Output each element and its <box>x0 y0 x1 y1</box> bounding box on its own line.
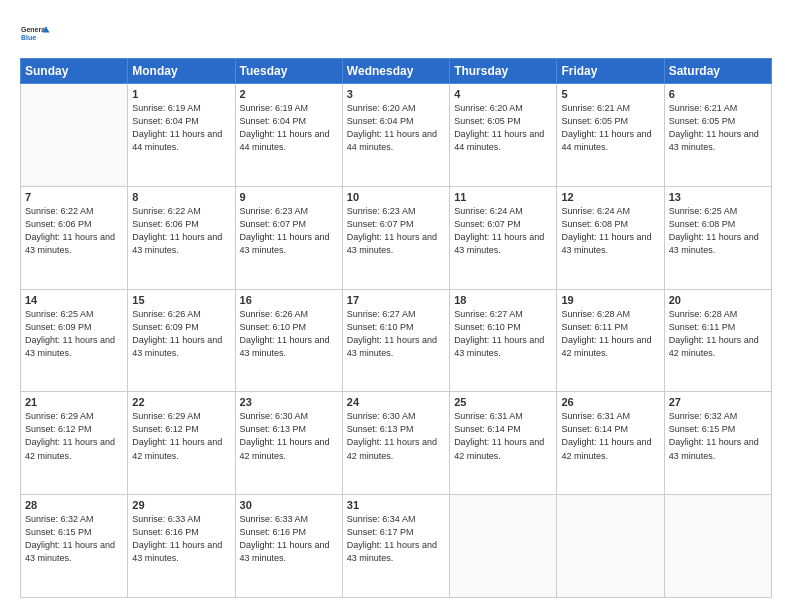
cell-info: Sunrise: 6:33 AMSunset: 6:16 PMDaylight:… <box>132 513 230 565</box>
cell-info: Sunrise: 6:25 AMSunset: 6:08 PMDaylight:… <box>669 205 767 257</box>
day-number: 1 <box>132 88 230 100</box>
day-number: 29 <box>132 499 230 511</box>
calendar-cell <box>450 495 557 598</box>
day-number: 14 <box>25 294 123 306</box>
day-number: 9 <box>240 191 338 203</box>
day-number: 24 <box>347 396 445 408</box>
cell-info: Sunrise: 6:25 AMSunset: 6:09 PMDaylight:… <box>25 308 123 360</box>
calendar-cell: 8Sunrise: 6:22 AMSunset: 6:06 PMDaylight… <box>128 186 235 289</box>
weekday-header: Tuesday <box>235 59 342 84</box>
cell-info: Sunrise: 6:31 AMSunset: 6:14 PMDaylight:… <box>454 410 552 462</box>
calendar-cell: 24Sunrise: 6:30 AMSunset: 6:13 PMDayligh… <box>342 392 449 495</box>
cell-info: Sunrise: 6:30 AMSunset: 6:13 PMDaylight:… <box>347 410 445 462</box>
calendar-cell: 21Sunrise: 6:29 AMSunset: 6:12 PMDayligh… <box>21 392 128 495</box>
cell-info: Sunrise: 6:26 AMSunset: 6:10 PMDaylight:… <box>240 308 338 360</box>
calendar-cell: 26Sunrise: 6:31 AMSunset: 6:14 PMDayligh… <box>557 392 664 495</box>
calendar-cell <box>664 495 771 598</box>
cell-info: Sunrise: 6:30 AMSunset: 6:13 PMDaylight:… <box>240 410 338 462</box>
cell-info: Sunrise: 6:19 AMSunset: 6:04 PMDaylight:… <box>240 102 338 154</box>
day-number: 19 <box>561 294 659 306</box>
calendar-cell: 22Sunrise: 6:29 AMSunset: 6:12 PMDayligh… <box>128 392 235 495</box>
calendar-cell: 19Sunrise: 6:28 AMSunset: 6:11 PMDayligh… <box>557 289 664 392</box>
calendar-cell: 4Sunrise: 6:20 AMSunset: 6:05 PMDaylight… <box>450 84 557 187</box>
calendar-cell: 30Sunrise: 6:33 AMSunset: 6:16 PMDayligh… <box>235 495 342 598</box>
calendar-cell: 13Sunrise: 6:25 AMSunset: 6:08 PMDayligh… <box>664 186 771 289</box>
calendar-cell <box>21 84 128 187</box>
cell-info: Sunrise: 6:23 AMSunset: 6:07 PMDaylight:… <box>347 205 445 257</box>
cell-info: Sunrise: 6:22 AMSunset: 6:06 PMDaylight:… <box>25 205 123 257</box>
day-number: 2 <box>240 88 338 100</box>
svg-text:Blue: Blue <box>21 34 36 41</box>
calendar-cell: 18Sunrise: 6:27 AMSunset: 6:10 PMDayligh… <box>450 289 557 392</box>
day-number: 20 <box>669 294 767 306</box>
calendar-cell: 29Sunrise: 6:33 AMSunset: 6:16 PMDayligh… <box>128 495 235 598</box>
calendar-cell: 23Sunrise: 6:30 AMSunset: 6:13 PMDayligh… <box>235 392 342 495</box>
weekday-header: Thursday <box>450 59 557 84</box>
day-number: 10 <box>347 191 445 203</box>
day-number: 15 <box>132 294 230 306</box>
calendar-cell: 3Sunrise: 6:20 AMSunset: 6:04 PMDaylight… <box>342 84 449 187</box>
day-number: 23 <box>240 396 338 408</box>
cell-info: Sunrise: 6:24 AMSunset: 6:08 PMDaylight:… <box>561 205 659 257</box>
calendar-cell: 5Sunrise: 6:21 AMSunset: 6:05 PMDaylight… <box>557 84 664 187</box>
cell-info: Sunrise: 6:32 AMSunset: 6:15 PMDaylight:… <box>669 410 767 462</box>
cell-info: Sunrise: 6:31 AMSunset: 6:14 PMDaylight:… <box>561 410 659 462</box>
calendar-cell: 17Sunrise: 6:27 AMSunset: 6:10 PMDayligh… <box>342 289 449 392</box>
weekday-header: Friday <box>557 59 664 84</box>
calendar-table: SundayMondayTuesdayWednesdayThursdayFrid… <box>20 58 772 598</box>
calendar-cell <box>557 495 664 598</box>
cell-info: Sunrise: 6:27 AMSunset: 6:10 PMDaylight:… <box>347 308 445 360</box>
calendar-cell: 10Sunrise: 6:23 AMSunset: 6:07 PMDayligh… <box>342 186 449 289</box>
cell-info: Sunrise: 6:28 AMSunset: 6:11 PMDaylight:… <box>561 308 659 360</box>
calendar-cell: 15Sunrise: 6:26 AMSunset: 6:09 PMDayligh… <box>128 289 235 392</box>
calendar-cell: 14Sunrise: 6:25 AMSunset: 6:09 PMDayligh… <box>21 289 128 392</box>
cell-info: Sunrise: 6:29 AMSunset: 6:12 PMDaylight:… <box>132 410 230 462</box>
day-number: 31 <box>347 499 445 511</box>
calendar-cell: 7Sunrise: 6:22 AMSunset: 6:06 PMDaylight… <box>21 186 128 289</box>
cell-info: Sunrise: 6:21 AMSunset: 6:05 PMDaylight:… <box>669 102 767 154</box>
day-number: 13 <box>669 191 767 203</box>
day-number: 16 <box>240 294 338 306</box>
cell-info: Sunrise: 6:28 AMSunset: 6:11 PMDaylight:… <box>669 308 767 360</box>
cell-info: Sunrise: 6:20 AMSunset: 6:05 PMDaylight:… <box>454 102 552 154</box>
page: GeneralBlue SundayMondayTuesdayWednesday… <box>0 0 792 612</box>
calendar-cell: 28Sunrise: 6:32 AMSunset: 6:15 PMDayligh… <box>21 495 128 598</box>
day-number: 22 <box>132 396 230 408</box>
day-number: 27 <box>669 396 767 408</box>
header: GeneralBlue <box>20 18 772 48</box>
day-number: 4 <box>454 88 552 100</box>
cell-info: Sunrise: 6:20 AMSunset: 6:04 PMDaylight:… <box>347 102 445 154</box>
day-number: 28 <box>25 499 123 511</box>
weekday-header: Sunday <box>21 59 128 84</box>
cell-info: Sunrise: 6:21 AMSunset: 6:05 PMDaylight:… <box>561 102 659 154</box>
cell-info: Sunrise: 6:24 AMSunset: 6:07 PMDaylight:… <box>454 205 552 257</box>
day-number: 26 <box>561 396 659 408</box>
cell-info: Sunrise: 6:19 AMSunset: 6:04 PMDaylight:… <box>132 102 230 154</box>
weekday-header: Wednesday <box>342 59 449 84</box>
cell-info: Sunrise: 6:29 AMSunset: 6:12 PMDaylight:… <box>25 410 123 462</box>
logo-icon: GeneralBlue <box>20 18 50 48</box>
day-number: 5 <box>561 88 659 100</box>
calendar-cell: 16Sunrise: 6:26 AMSunset: 6:10 PMDayligh… <box>235 289 342 392</box>
calendar-cell: 12Sunrise: 6:24 AMSunset: 6:08 PMDayligh… <box>557 186 664 289</box>
calendar-cell: 25Sunrise: 6:31 AMSunset: 6:14 PMDayligh… <box>450 392 557 495</box>
day-number: 7 <box>25 191 123 203</box>
day-number: 25 <box>454 396 552 408</box>
cell-info: Sunrise: 6:23 AMSunset: 6:07 PMDaylight:… <box>240 205 338 257</box>
cell-info: Sunrise: 6:22 AMSunset: 6:06 PMDaylight:… <box>132 205 230 257</box>
cell-info: Sunrise: 6:33 AMSunset: 6:16 PMDaylight:… <box>240 513 338 565</box>
day-number: 18 <box>454 294 552 306</box>
calendar-cell: 11Sunrise: 6:24 AMSunset: 6:07 PMDayligh… <box>450 186 557 289</box>
calendar-cell: 27Sunrise: 6:32 AMSunset: 6:15 PMDayligh… <box>664 392 771 495</box>
calendar-cell: 9Sunrise: 6:23 AMSunset: 6:07 PMDaylight… <box>235 186 342 289</box>
cell-info: Sunrise: 6:32 AMSunset: 6:15 PMDaylight:… <box>25 513 123 565</box>
calendar-cell: 20Sunrise: 6:28 AMSunset: 6:11 PMDayligh… <box>664 289 771 392</box>
day-number: 30 <box>240 499 338 511</box>
cell-info: Sunrise: 6:26 AMSunset: 6:09 PMDaylight:… <box>132 308 230 360</box>
day-number: 11 <box>454 191 552 203</box>
weekday-header: Monday <box>128 59 235 84</box>
calendar-cell: 31Sunrise: 6:34 AMSunset: 6:17 PMDayligh… <box>342 495 449 598</box>
logo: GeneralBlue <box>20 18 50 48</box>
cell-info: Sunrise: 6:27 AMSunset: 6:10 PMDaylight:… <box>454 308 552 360</box>
calendar-cell: 2Sunrise: 6:19 AMSunset: 6:04 PMDaylight… <box>235 84 342 187</box>
